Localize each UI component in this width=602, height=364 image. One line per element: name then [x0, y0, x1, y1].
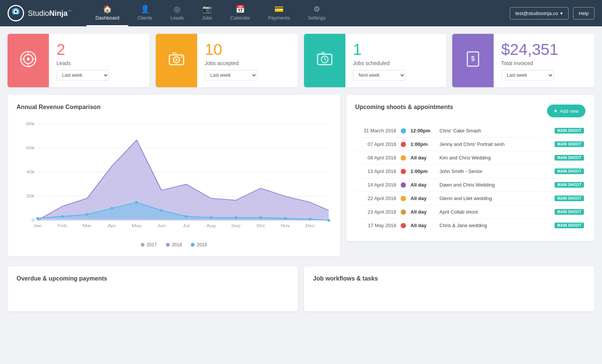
- svg-point-14: [175, 59, 178, 61]
- leads-number: 2: [56, 41, 109, 59]
- shoot-tag-6: MAIN SHOOT: [555, 209, 584, 215]
- shoot-tag-5: MAIN SHOOT: [555, 196, 584, 201]
- invoiced-label: Total invoiced: [501, 60, 558, 66]
- nav-settings[interactable]: ⚙ Settings: [299, 0, 334, 26]
- nav-right: test@studioninja.co ▾ Help: [510, 7, 594, 20]
- shoot-row-2: 08 April 2018 All day Kim and Chris Wedd…: [355, 151, 585, 165]
- bottom-row: Overdue & upcoming payments Job workflow…: [0, 266, 602, 319]
- jobs-accepted-period-select[interactable]: Last weekThis weekLast monthThis month: [205, 70, 257, 80]
- svg-text:0: 0: [32, 217, 35, 223]
- jobs-scheduled-period-select[interactable]: Last weekThis weekNext weekLast month: [353, 70, 406, 80]
- jobs-scheduled-icon-block: [304, 34, 345, 87]
- nav-jobs[interactable]: 📷 Jobs: [193, 0, 221, 26]
- leads-icon-block: [8, 34, 49, 87]
- shoot-dot-4: [401, 182, 406, 188]
- nav-dashboard[interactable]: 🏠 Dashboard: [87, 0, 129, 26]
- legend-dot-2017: [141, 243, 144, 247]
- settings-icon: ⚙: [313, 5, 320, 14]
- svg-text:Sep: Sep: [231, 223, 240, 228]
- shoot-dot-1: [401, 142, 406, 147]
- svg-line-20: [325, 59, 327, 61]
- nav-calendar[interactable]: 📅 Calendar: [221, 0, 259, 26]
- svg-point-39: [160, 209, 163, 211]
- camera-icon: [166, 49, 187, 73]
- jobs-scheduled-content: 1 Jobs scheduled Last weekThis weekNext …: [345, 34, 413, 87]
- shoot-row-6: 23 April 2018 All day April Collab shoot…: [355, 205, 585, 219]
- right-panel: Upcoming shoots & appointments + Add new…: [346, 95, 594, 262]
- main-content: Annual Revenue Comparison 80k 60k 40k 20…: [0, 91, 602, 266]
- shoot-name-5: Glenn and Lilet wedding: [439, 196, 550, 201]
- shoot-name-3: John Smith - Senior: [439, 168, 550, 174]
- svg-text:May: May: [132, 223, 142, 228]
- shoot-dot-2: [401, 155, 406, 161]
- svg-text:Dec: Dec: [306, 223, 315, 228]
- shoot-time-4: All day: [410, 182, 435, 188]
- stat-jobs-scheduled: 1 Jobs scheduled Last weekThis weekNext …: [304, 34, 446, 87]
- svg-text:Mar: Mar: [82, 223, 92, 228]
- nav-leads[interactable]: ◎ Leads: [161, 0, 193, 26]
- chart-title: Annual Revenue Comparison: [17, 104, 331, 111]
- shoot-dot-0: [401, 128, 406, 133]
- shoot-time-0: 12:00pm: [410, 128, 435, 133]
- svg-point-45: [309, 218, 312, 220]
- shoot-time-7: All day: [410, 223, 435, 228]
- shoot-tag-3: MAIN SHOOT: [555, 168, 584, 174]
- nav-clients[interactable]: 👤 Clients: [128, 0, 161, 26]
- shoot-date-2: 08 April 2018: [357, 155, 396, 161]
- navbar: StudioNinja™ 🏠 Dashboard 👤 Clients ◎ Lea…: [0, 0, 602, 26]
- svg-point-43: [259, 216, 262, 218]
- svg-point-34: [36, 217, 39, 219]
- upcoming-shoots-card: Upcoming shoots & appointments + Add new…: [346, 95, 594, 241]
- jobs-scheduled-number: 1: [353, 41, 406, 59]
- jobs-accepted-content: 10 Jobs accepted Last weekThis weekLast …: [197, 34, 265, 87]
- shoot-name-7: Chris & Jane wedding: [439, 223, 550, 228]
- jobs-scheduled-label: Jobs scheduled: [353, 60, 406, 66]
- upcoming-title: Upcoming shoots & appointments: [355, 104, 453, 111]
- shoot-tag-2: MAIN SHOOT: [555, 155, 584, 161]
- left-panel: Annual Revenue Comparison 80k 60k 40k 20…: [8, 95, 340, 262]
- svg-point-38: [135, 201, 138, 203]
- shoot-dot-3: [401, 169, 406, 174]
- shoot-time-5: All day: [410, 196, 435, 201]
- legend-2018: 2018: [166, 242, 182, 247]
- shoot-name-2: Kim and Chris Wedding: [439, 155, 550, 161]
- svg-text:20k: 20k: [26, 193, 35, 199]
- invoiced-icon-block: $: [452, 34, 494, 87]
- jobs-accepted-number: 10: [205, 41, 257, 59]
- shoot-date-7: 17 May 2018: [357, 223, 396, 228]
- shoot-tag-7: MAIN SHOOT: [555, 223, 584, 228]
- stat-jobs-accepted: 10 Jobs accepted Last weekThis weekLast …: [156, 34, 298, 87]
- shoot-date-5: 22 April 2018: [357, 196, 396, 201]
- legend-2017: 2017: [141, 242, 157, 247]
- shoot-name-1: Jenny and Chris' Portrait sesh: [439, 141, 550, 147]
- nav-payments[interactable]: 💳 Payments: [259, 0, 299, 26]
- shoot-date-0: 31 March 2018: [357, 128, 396, 133]
- svg-text:Jan: Jan: [33, 223, 42, 228]
- help-button[interactable]: Help: [573, 7, 594, 20]
- svg-text:40k: 40k: [26, 169, 35, 174]
- chart-container: 80k 60k 40k 20k 0: [17, 118, 331, 238]
- add-new-button[interactable]: + Add new: [547, 105, 585, 117]
- svg-point-46: [327, 219, 330, 221]
- svg-point-42: [234, 216, 237, 218]
- shoot-tag-0: MAIN SHOOT: [555, 128, 584, 133]
- shoot-date-6: 23 April 2018: [357, 209, 396, 215]
- svg-rect-15: [173, 53, 176, 55]
- user-menu-button[interactable]: test@studioninja.co ▾: [510, 7, 569, 20]
- legend-2019: 2019: [191, 242, 207, 247]
- invoiced-period-select[interactable]: Last weekThis weekLast monthThis month: [501, 70, 554, 80]
- leads-period-select[interactable]: Last weekThis weekLast monthThis month: [56, 70, 109, 80]
- legend-dot-2019: [191, 243, 195, 247]
- svg-point-16: [181, 56, 182, 58]
- shoot-name-0: Chris' Cake Smash: [439, 128, 550, 133]
- revenue-chart-card: Annual Revenue Comparison 80k 60k 40k 20…: [8, 95, 340, 256]
- shoot-date-3: 13 April 2018: [357, 168, 396, 174]
- invoiced-content: $24,351 Total invoiced Last weekThis wee…: [494, 34, 566, 87]
- payments-title: Overdue & upcoming payments: [17, 275, 289, 282]
- svg-point-35: [61, 215, 64, 217]
- shoot-dot-6: [401, 209, 406, 215]
- jobs-accepted-label: Jobs accepted: [205, 60, 257, 66]
- logo-text: StudioNinja™: [28, 9, 71, 18]
- clients-icon: 👤: [140, 5, 150, 14]
- stat-leads: 2 Leads Last weekThis weekLast monthThis…: [8, 34, 150, 87]
